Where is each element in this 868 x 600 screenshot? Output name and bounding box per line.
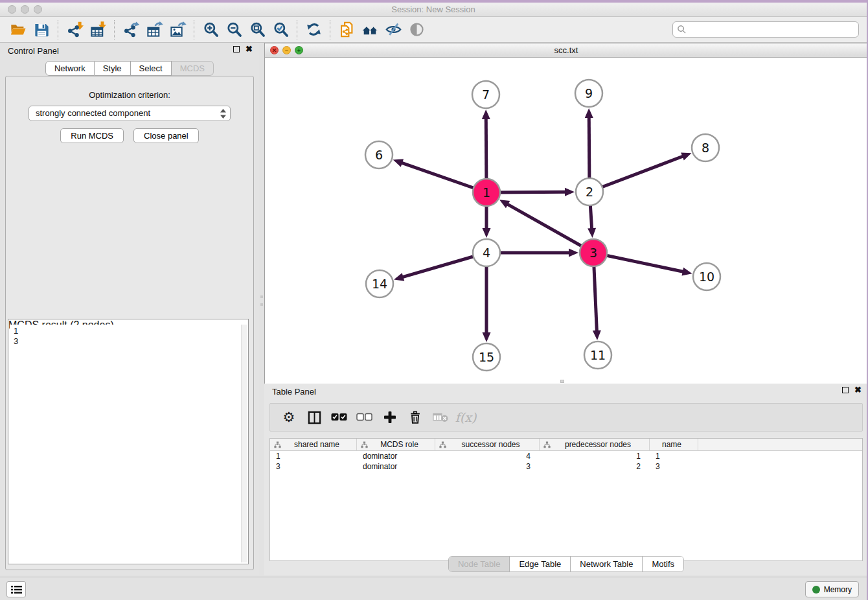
column-header-MCDS-role[interactable]: MCDS role: [357, 439, 435, 450]
run-mcds-button[interactable]: Run MCDS: [60, 128, 124, 143]
graph-node-11[interactable]: 11: [584, 341, 611, 369]
column-header-name[interactable]: name: [650, 439, 698, 450]
float-panel-button[interactable]: [233, 46, 240, 52]
graph-node-6[interactable]: 6: [365, 141, 393, 168]
column-tree-icon: [274, 441, 281, 448]
hide-selected-button[interactable]: [382, 19, 405, 40]
column-header-shared-name[interactable]: shared name: [270, 439, 357, 450]
table-cell[interactable]: 3: [270, 461, 357, 472]
result-scrollbar[interactable]: [241, 325, 247, 562]
import-table-button[interactable]: [86, 19, 109, 40]
column-header-successor-nodes[interactable]: successor nodes: [435, 439, 540, 450]
graph-node-4[interactable]: 4: [473, 239, 500, 266]
maximize-network-button[interactable]: +: [295, 46, 303, 54]
close-table-panel-button[interactable]: ✖: [854, 387, 862, 393]
graph-node-label: 1: [483, 185, 490, 200]
create-column-button[interactable]: [380, 406, 400, 428]
delete-column-button[interactable]: [405, 406, 425, 428]
graph-node-14[interactable]: 14: [366, 270, 393, 297]
tab-style[interactable]: Style: [95, 61, 131, 76]
close-panel-button[interactable]: ✖: [246, 46, 253, 52]
column-header-label: successor nodes: [446, 440, 539, 449]
tab-mcds[interactable]: MCDS: [172, 61, 214, 76]
close-network-button[interactable]: ✕: [270, 46, 279, 54]
export-network-button[interactable]: [119, 19, 143, 40]
select-all-columns-button[interactable]: [330, 406, 349, 428]
graph-node-7[interactable]: 7: [472, 81, 499, 108]
table-panel: Table Panel ✖ ⚙: [264, 384, 868, 575]
save-icon: [33, 21, 51, 38]
first-neighbors-button[interactable]: [358, 19, 382, 40]
panel-splitter[interactable]: [259, 43, 264, 575]
import-network-button[interactable]: [63, 19, 86, 40]
table-header-row: shared nameMCDS rolesuccessor nodesprede…: [270, 439, 862, 451]
open-session-button[interactable]: [6, 19, 30, 40]
table-cell[interactable]: dominator: [357, 461, 435, 472]
column-header-predecessor-nodes[interactable]: predecessor nodes: [540, 439, 650, 450]
float-table-panel-button[interactable]: [842, 387, 849, 393]
search-input[interactable]: [687, 23, 858, 36]
graph-node-label: 8: [702, 141, 709, 155]
memory-label: Memory: [824, 585, 852, 594]
tab-network[interactable]: Network: [45, 61, 95, 76]
graph-edge-4-14[interactable]: [394, 253, 486, 281]
minimize-network-button[interactable]: −: [282, 46, 291, 54]
tab-motifs[interactable]: Motifs: [643, 557, 683, 571]
application-window: Session: New Session: [0, 0, 868, 600]
network-window-controls: ✕ − +: [270, 46, 303, 54]
deselect-all-columns-button[interactable]: [355, 406, 374, 428]
tab-network-table[interactable]: Network Table: [571, 557, 643, 571]
mcds-result-text[interactable]: 1 3: [10, 325, 240, 562]
zoom-out-button[interactable]: [222, 19, 246, 40]
clone-network-icon: [338, 21, 356, 38]
graph-node-1[interactable]: 1: [473, 179, 500, 206]
search-field[interactable]: [672, 21, 859, 38]
table-cell[interactable]: 1: [650, 451, 698, 461]
graph-node-10[interactable]: 10: [693, 263, 720, 290]
table-cell[interactable]: 1: [270, 451, 357, 461]
network-window-titlebar[interactable]: ✕ − + scc.txt: [265, 43, 867, 58]
graph-edge-3-1[interactable]: [499, 200, 593, 253]
optimization-criterion-value: strongly connected component: [36, 108, 150, 118]
zoom-fit-button[interactable]: [246, 19, 269, 40]
table-cell[interactable]: 1: [540, 451, 650, 461]
show-columns-button[interactable]: [304, 406, 324, 428]
table-cell[interactable]: 4: [435, 451, 540, 461]
table-cell[interactable]: 3: [650, 461, 698, 472]
table-row[interactable]: 3dominator323: [270, 461, 862, 472]
delete-table-button[interactable]: [431, 406, 450, 428]
optimization-criterion-select[interactable]: strongly connected component: [29, 106, 231, 121]
close-mcds-panel-button[interactable]: Close panel: [133, 128, 199, 143]
graph-node-3[interactable]: 3: [580, 239, 607, 266]
function-builder-button[interactable]: f(x): [456, 406, 475, 428]
network-canvas[interactable]: 1234678910111415: [265, 58, 867, 384]
task-history-button[interactable]: [6, 581, 26, 597]
graph-node-8[interactable]: 8: [692, 134, 719, 161]
graph-edge-1-6[interactable]: [393, 159, 486, 192]
save-session-button[interactable]: [30, 19, 53, 40]
apply-layout-button[interactable]: [302, 19, 325, 40]
tab-select[interactable]: Select: [131, 61, 172, 76]
clone-network-button[interactable]: [335, 19, 358, 40]
export-image-button[interactable]: [166, 19, 189, 40]
tab-node-table[interactable]: Node Table: [449, 557, 510, 571]
memory-button[interactable]: Memory: [805, 581, 859, 597]
zoom-in-button[interactable]: [199, 19, 222, 40]
graph-node-15[interactable]: 15: [473, 343, 500, 371]
canvas-resize-grip[interactable]: [560, 380, 564, 383]
tab-edge-table[interactable]: Edge Table: [510, 557, 571, 571]
table-settings-button[interactable]: ⚙: [279, 406, 299, 428]
table-cell[interactable]: 2: [540, 461, 650, 472]
graph-node-2[interactable]: 2: [576, 178, 603, 205]
table-cell[interactable]: 3: [435, 461, 540, 472]
main-toolbar: [0, 17, 867, 43]
export-table-button[interactable]: [143, 19, 166, 40]
zoom-selected-button[interactable]: [269, 19, 292, 40]
graph-edge-2-8[interactable]: [589, 152, 691, 192]
graph-edge-3-10[interactable]: [593, 253, 692, 275]
table-cell[interactable]: dominator: [357, 451, 435, 461]
import-table-icon: [89, 21, 107, 38]
show-all-button[interactable]: [405, 19, 428, 40]
table-row[interactable]: 1dominator411: [270, 451, 862, 461]
graph-node-9[interactable]: 9: [575, 80, 602, 107]
